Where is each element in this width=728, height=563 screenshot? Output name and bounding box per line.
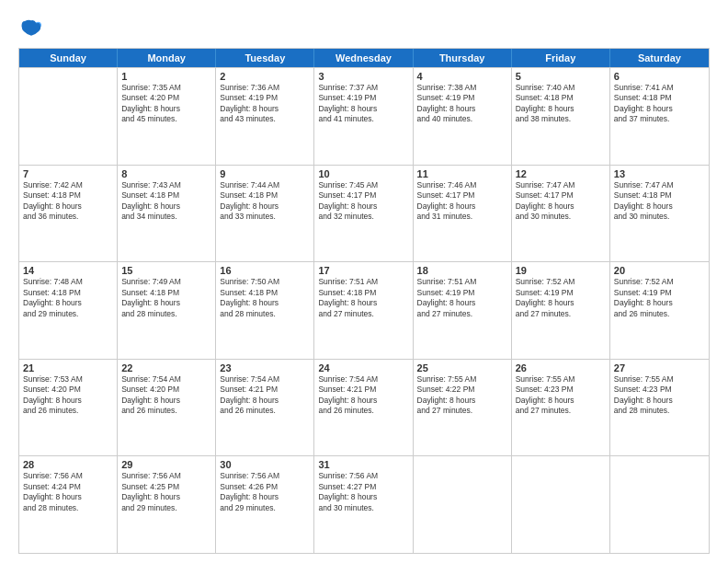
day-info: Sunrise: 7:48 AM Sunset: 4:18 PM Dayligh…: [23, 277, 113, 319]
day-number: 16: [220, 265, 310, 276]
cal-cell-day-15: 15Sunrise: 7:49 AM Sunset: 4:18 PM Dayli…: [118, 262, 216, 359]
cal-cell-day-31: 31Sunrise: 7:56 AM Sunset: 4:27 PM Dayli…: [314, 456, 413, 553]
cal-cell-day-29: 29Sunrise: 7:56 AM Sunset: 4:25 PM Dayli…: [118, 456, 216, 553]
calendar: SundayMondayTuesdayWednesdayThursdayFrid…: [18, 48, 710, 554]
day-info: Sunrise: 7:47 AM Sunset: 4:17 PM Dayligh…: [516, 180, 606, 223]
cal-cell-day-21: 21Sunrise: 7:53 AM Sunset: 4:20 PM Dayli…: [19, 360, 118, 456]
day-info: Sunrise: 7:40 AM Sunset: 4:18 PM Dayligh…: [516, 83, 606, 125]
logo: [18, 15, 48, 40]
cal-header-friday: Friday: [512, 49, 610, 67]
cal-cell-day-17: 17Sunrise: 7:51 AM Sunset: 4:18 PM Dayli…: [314, 262, 413, 359]
cal-cell-day-30: 30Sunrise: 7:56 AM Sunset: 4:26 PM Dayli…: [216, 456, 314, 553]
cal-cell-empty-0-0: [19, 68, 118, 165]
day-info: Sunrise: 7:55 AM Sunset: 4:23 PM Dayligh…: [516, 374, 606, 417]
day-number: 22: [121, 362, 211, 373]
cal-cell-day-28: 28Sunrise: 7:56 AM Sunset: 4:24 PM Dayli…: [19, 456, 118, 553]
cal-cell-day-3: 3Sunrise: 7:37 AM Sunset: 4:19 PM Daylig…: [314, 68, 413, 165]
day-number: 23: [220, 362, 310, 373]
day-info: Sunrise: 7:53 AM Sunset: 4:20 PM Dayligh…: [23, 374, 113, 417]
day-number: 18: [417, 265, 507, 276]
cal-cell-day-27: 27Sunrise: 7:55 AM Sunset: 4:23 PM Dayli…: [610, 360, 709, 456]
day-info: Sunrise: 7:54 AM Sunset: 4:21 PM Dayligh…: [220, 374, 310, 417]
cal-row-4: 28Sunrise: 7:56 AM Sunset: 4:24 PM Dayli…: [19, 455, 709, 553]
cal-cell-day-20: 20Sunrise: 7:52 AM Sunset: 4:19 PM Dayli…: [610, 262, 709, 359]
day-info: Sunrise: 7:52 AM Sunset: 4:19 PM Dayligh…: [516, 277, 606, 319]
day-info: Sunrise: 7:44 AM Sunset: 4:18 PM Dayligh…: [220, 180, 310, 223]
cal-cell-day-16: 16Sunrise: 7:50 AM Sunset: 4:18 PM Dayli…: [216, 262, 314, 359]
day-number: 19: [516, 265, 606, 276]
day-info: Sunrise: 7:50 AM Sunset: 4:18 PM Dayligh…: [220, 277, 310, 319]
day-info: Sunrise: 7:45 AM Sunset: 4:17 PM Dayligh…: [318, 180, 408, 223]
day-number: 7: [23, 168, 113, 179]
day-number: 9: [220, 168, 310, 179]
day-info: Sunrise: 7:51 AM Sunset: 4:19 PM Dayligh…: [417, 277, 507, 319]
cal-row-1: 7Sunrise: 7:42 AM Sunset: 4:18 PM Daylig…: [19, 165, 709, 262]
day-info: Sunrise: 7:56 AM Sunset: 4:26 PM Dayligh…: [220, 471, 310, 513]
day-info: Sunrise: 7:35 AM Sunset: 4:20 PM Dayligh…: [121, 83, 211, 125]
day-info: Sunrise: 7:41 AM Sunset: 4:18 PM Dayligh…: [614, 83, 705, 125]
day-info: Sunrise: 7:56 AM Sunset: 4:27 PM Dayligh…: [318, 471, 408, 513]
cal-cell-day-2: 2Sunrise: 7:36 AM Sunset: 4:19 PM Daylig…: [216, 68, 314, 165]
day-number: 4: [417, 71, 507, 82]
calendar-header-row: SundayMondayTuesdayWednesdayThursdayFrid…: [19, 49, 709, 67]
cal-cell-empty-4-4: [414, 456, 512, 553]
day-info: Sunrise: 7:37 AM Sunset: 4:19 PM Dayligh…: [318, 83, 408, 125]
day-number: 25: [417, 362, 507, 373]
day-number: 20: [614, 265, 705, 276]
day-info: Sunrise: 7:55 AM Sunset: 4:22 PM Dayligh…: [417, 374, 507, 417]
day-info: Sunrise: 7:52 AM Sunset: 4:19 PM Dayligh…: [614, 277, 705, 319]
cal-cell-empty-4-6: [610, 456, 709, 553]
cal-cell-day-11: 11Sunrise: 7:46 AM Sunset: 4:17 PM Dayli…: [414, 166, 512, 262]
day-info: Sunrise: 7:54 AM Sunset: 4:20 PM Dayligh…: [121, 374, 211, 417]
day-number: 12: [516, 168, 606, 179]
day-number: 28: [23, 459, 113, 470]
day-info: Sunrise: 7:42 AM Sunset: 4:18 PM Dayligh…: [23, 180, 113, 223]
cal-cell-day-7: 7Sunrise: 7:42 AM Sunset: 4:18 PM Daylig…: [19, 166, 118, 262]
cal-cell-day-12: 12Sunrise: 7:47 AM Sunset: 4:17 PM Dayli…: [512, 166, 610, 262]
cal-cell-empty-4-5: [512, 456, 610, 553]
cal-cell-day-26: 26Sunrise: 7:55 AM Sunset: 4:23 PM Dayli…: [512, 360, 610, 456]
day-number: 30: [220, 459, 310, 470]
day-info: Sunrise: 7:51 AM Sunset: 4:18 PM Dayligh…: [318, 277, 408, 319]
cal-cell-day-4: 4Sunrise: 7:38 AM Sunset: 4:19 PM Daylig…: [414, 68, 512, 165]
day-info: Sunrise: 7:55 AM Sunset: 4:23 PM Dayligh…: [614, 374, 705, 417]
day-number: 29: [121, 459, 211, 470]
day-number: 11: [417, 168, 507, 179]
cal-header-sunday: Sunday: [19, 49, 118, 67]
cal-cell-day-19: 19Sunrise: 7:52 AM Sunset: 4:19 PM Dayli…: [512, 262, 610, 359]
day-info: Sunrise: 7:46 AM Sunset: 4:17 PM Dayligh…: [417, 180, 507, 223]
cal-cell-day-10: 10Sunrise: 7:45 AM Sunset: 4:17 PM Dayli…: [314, 166, 413, 262]
cal-cell-day-6: 6Sunrise: 7:41 AM Sunset: 4:18 PM Daylig…: [610, 68, 709, 165]
day-number: 13: [614, 168, 705, 179]
day-number: 17: [318, 265, 408, 276]
cal-row-2: 14Sunrise: 7:48 AM Sunset: 4:18 PM Dayli…: [19, 261, 709, 359]
cal-header-wednesday: Wednesday: [314, 49, 413, 67]
day-info: Sunrise: 7:43 AM Sunset: 4:18 PM Dayligh…: [121, 180, 211, 223]
day-number: 3: [318, 71, 408, 82]
day-info: Sunrise: 7:47 AM Sunset: 4:18 PM Dayligh…: [614, 180, 705, 223]
cal-cell-day-1: 1Sunrise: 7:35 AM Sunset: 4:20 PM Daylig…: [118, 68, 216, 165]
day-number: 1: [121, 71, 211, 82]
day-number: 14: [23, 265, 113, 276]
day-number: 5: [516, 71, 606, 82]
cal-header-thursday: Thursday: [414, 49, 512, 67]
day-number: 15: [121, 265, 211, 276]
cal-header-monday: Monday: [118, 49, 216, 67]
day-number: 27: [614, 362, 705, 373]
day-info: Sunrise: 7:49 AM Sunset: 4:18 PM Dayligh…: [121, 277, 211, 319]
page: SundayMondayTuesdayWednesdayThursdayFrid…: [0, 0, 728, 563]
day-info: Sunrise: 7:36 AM Sunset: 4:19 PM Dayligh…: [220, 83, 310, 125]
cal-cell-day-14: 14Sunrise: 7:48 AM Sunset: 4:18 PM Dayli…: [19, 262, 118, 359]
logo-icon: [18, 15, 44, 40]
day-info: Sunrise: 7:38 AM Sunset: 4:19 PM Dayligh…: [417, 83, 507, 125]
day-info: Sunrise: 7:54 AM Sunset: 4:21 PM Dayligh…: [318, 374, 408, 417]
cal-cell-day-9: 9Sunrise: 7:44 AM Sunset: 4:18 PM Daylig…: [216, 166, 314, 262]
cal-cell-day-24: 24Sunrise: 7:54 AM Sunset: 4:21 PM Dayli…: [314, 360, 413, 456]
day-number: 24: [318, 362, 408, 373]
day-info: Sunrise: 7:56 AM Sunset: 4:25 PM Dayligh…: [121, 471, 211, 513]
day-number: 6: [614, 71, 705, 82]
cal-header-tuesday: Tuesday: [216, 49, 314, 67]
day-number: 31: [318, 459, 408, 470]
cal-cell-day-22: 22Sunrise: 7:54 AM Sunset: 4:20 PM Dayli…: [118, 360, 216, 456]
cal-cell-day-25: 25Sunrise: 7:55 AM Sunset: 4:22 PM Dayli…: [414, 360, 512, 456]
